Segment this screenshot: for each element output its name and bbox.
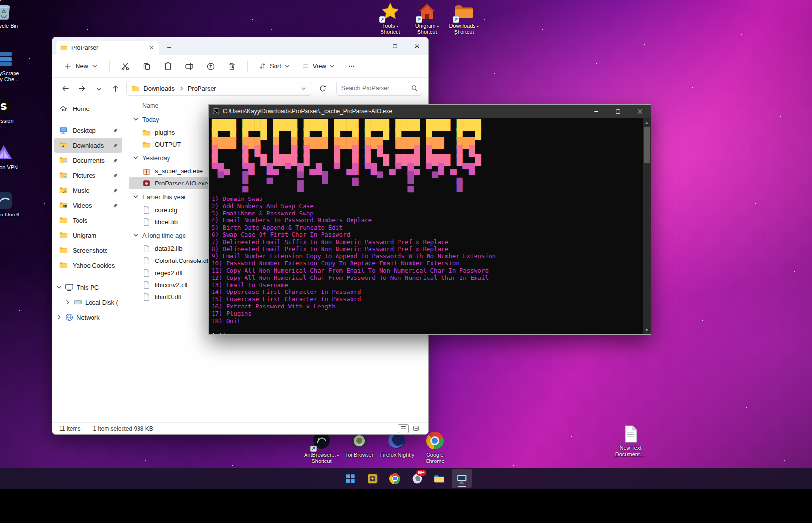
taskbar-icon-file-explorer[interactable] [430,469,449,488]
desktop-icon-firefox-nightly[interactable]: Firefox Nightly [379,431,415,458]
explorer-address-bar: Downloads ProParser [52,78,428,98]
sidebar-item-yahoo-cookies[interactable]: Yahoo Cookies [54,258,122,273]
close-button[interactable] [629,105,651,118]
tab-title: ProParser [71,45,98,51]
taskbar-icon-start[interactable] [341,469,360,488]
desktop-icons-bottom: AntBrowser... - ShortcutTor BrowserFiref… [303,431,453,464]
scrollbar-thumb[interactable] [644,127,650,163]
chevron-right-icon[interactable] [65,299,71,305]
up-button[interactable] [108,80,123,96]
sidebar-item-videos[interactable]: Videos [54,198,122,213]
desktop: Recycle BinProxyScrape Proxy Che...SSess… [0,0,812,489]
desktop-icon-label: Proton VPN [0,164,18,170]
share-button[interactable] [202,58,219,75]
console-title-bar[interactable]: C:\Users\Kayy\Downloads\ProParser\._cach… [209,105,651,118]
minimize-button[interactable] [585,105,607,118]
desktop-icon-recycle-bin[interactable]: Recycle Bin [0,2,22,29]
details-view-toggle[interactable] [398,424,409,433]
toolbar-divider [247,61,248,72]
desktop-icon-new-text-document[interactable]: New Text Document.... [612,424,649,458]
sort-button[interactable]: Sort [255,59,294,73]
maximize-button[interactable] [607,105,629,118]
pin-icon [113,128,118,133]
sidebar-item-label: Yahoo Cookies [73,262,115,269]
copy-button[interactable] [138,58,155,75]
search-input[interactable] [336,81,422,96]
folder-icon [59,246,68,255]
documents-icon [59,156,68,165]
sidebar-item-desktop[interactable]: Desktop [54,123,122,138]
scroll-down-icon[interactable]: ▼ [643,326,651,334]
desktop-icon-label: Studio One 6 [0,212,19,218]
search-icon [411,84,418,92]
desktop-icon-google-chrome[interactable]: Google Chrome [416,431,453,464]
folder-icon [59,231,68,240]
view-button[interactable]: View [298,59,339,73]
desktop-icon-downloads-shortcut[interactable]: Downloads - Shortcut [445,2,482,35]
thumbnail-view-toggle[interactable] [411,424,421,433]
chevron-down-icon[interactable] [56,284,62,290]
sidebar-item-label: Videos [73,202,92,209]
chevron-right-icon[interactable] [56,314,62,320]
desktop-icon-tools-shortcut[interactable]: Tools - Shortcut [372,2,409,35]
sidebar-item-label: Local Disk (C:) [85,299,118,306]
sidebar-item-tools[interactable]: Tools [54,213,122,228]
close-button[interactable] [406,37,428,55]
sidebar-item-music[interactable]: Music [54,183,122,198]
refresh-button[interactable] [315,80,330,96]
new-tab-button[interactable] [163,41,175,54]
recent-locations-button[interactable] [92,80,106,96]
explorer-tab-bar: ProParser [52,37,428,55]
sidebar-item-this-pc[interactable]: This PC [54,280,122,294]
breadcrumb-proparser[interactable]: ProParser [188,85,216,92]
taskbar-icon-sed-app[interactable] [363,469,383,488]
taskbar-icon-badged-app[interactable]: 99+ [408,469,427,488]
pin-icon [113,158,118,163]
sidebar-item-downloads[interactable]: Downloads [54,138,122,153]
desktop-icon-antbrowser-shortcut[interactable]: AntBrowser... - Shortcut [303,431,340,464]
more-options-button[interactable] [343,58,360,75]
rename-button[interactable] [181,58,198,75]
desktop-icon-unigram-shortcut[interactable]: Unigram - Shortcut [409,2,445,35]
taskbar-icon-chrome[interactable] [385,469,405,488]
taskbar-icon-console-app[interactable] [452,469,472,488]
explorer-tab[interactable]: ProParser [56,41,159,55]
sidebar-item-documents[interactable]: Documents [54,153,122,168]
desktop-icon-label: New Text Document.... [612,445,649,458]
tab-close-icon[interactable] [147,44,155,52]
pin-icon [113,143,118,148]
cut-button[interactable] [117,58,134,75]
chevron-down-icon[interactable] [301,86,306,91]
back-button[interactable] [58,80,73,96]
desktop-icon-label: Google Chrome [416,452,453,464]
new-button[interactable]: New [59,60,103,73]
star-icon [381,2,400,21]
maximize-button[interactable] [383,37,406,55]
thumbnail-view-icon [413,425,419,433]
console-prompt[interactable]: Option: [212,332,639,334]
sidebar-item-pictures[interactable]: Pictures [54,168,122,183]
scroll-up-icon[interactable]: ▲ [643,119,651,126]
desktop-icon-session[interactable]: SSession [0,97,22,124]
desktop-icon-label: Unigram - Shortcut [409,23,445,35]
sidebar-item-local-disk-c[interactable]: Local Disk (C:) [54,295,122,309]
paste-button[interactable] [159,58,177,75]
delete-button[interactable] [223,58,241,75]
file-icon [142,269,151,277]
sidebar-item-home[interactable]: Home [54,101,122,116]
sidebar-item-network[interactable]: Network [54,310,122,324]
pin-icon [113,173,118,178]
chevron-right-icon [179,86,184,91]
forward-button[interactable] [75,80,89,96]
sidebar-item-screenshots[interactable]: Screenshots [54,243,122,258]
desktop-icon-tor-browser[interactable]: Tor Browser [341,431,378,458]
desktop-icon-studio-one-6[interactable]: Studio One 6 [0,191,22,218]
minimize-button[interactable] [361,37,383,55]
sidebar-item-unigram[interactable]: Unigram [54,228,122,243]
console-scrollbar[interactable]: ▲ ▼ [643,118,651,334]
breadcrumb-downloads[interactable]: Downloads [143,85,174,92]
folder-orange-icon [454,2,474,21]
desktop-icon-proton-vpn[interactable]: Proton VPN [0,143,22,170]
address-box[interactable]: Downloads ProParser [126,81,311,96]
desktop-icon-proxyscrape[interactable]: ProxyScrape Proxy Che... [0,49,22,83]
